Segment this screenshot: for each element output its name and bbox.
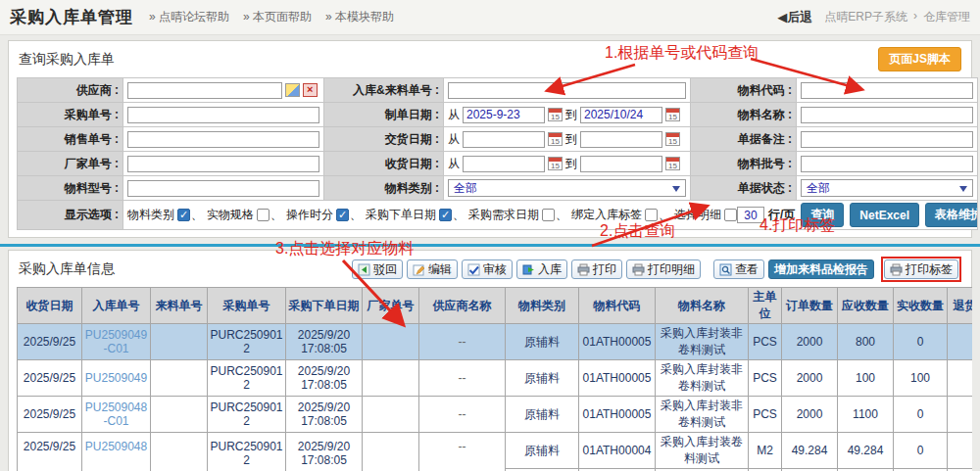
audit-icon	[467, 263, 480, 276]
table-row[interactable]: 2025/9/25PU2509048PURC25090122025/9/20 1…	[18, 433, 973, 469]
doc-remark-input[interactable]	[801, 131, 973, 148]
calendar-icon[interactable]	[548, 132, 563, 146]
make-date-to-input[interactable]	[580, 107, 662, 123]
receive-date-from-input[interactable]	[463, 156, 545, 172]
display-option-checkbox[interactable]	[542, 209, 555, 221]
breadcrumb-module[interactable]: 仓库管理	[923, 9, 970, 25]
help-links: » 点晴论坛帮助 » 本页面帮助 » 本模块帮助	[149, 9, 394, 25]
audit-button[interactable]: 审核	[462, 259, 513, 279]
annotation-1: 1.根据单号或代码查询	[605, 43, 759, 64]
table-cell: PCS	[749, 397, 782, 433]
grid-maintain-button[interactable]: 表格维护	[925, 203, 977, 227]
add-iqc-report-button[interactable]: 增加来料品检报告	[768, 259, 874, 279]
material-batch-input[interactable]	[801, 156, 973, 172]
calendar-icon[interactable]	[665, 108, 680, 121]
make-date-label: 制单日期 :	[324, 103, 444, 127]
delivery-date-from-input[interactable]	[463, 131, 545, 148]
display-option-checkbox[interactable]	[177, 209, 190, 221]
inbound-info-panel: 采购入库单信息 驳回 编辑 审核 入库 打印 打印明细	[8, 250, 972, 471]
table-cell	[151, 397, 208, 433]
forum-help-link[interactable]: » 点晴论坛帮助	[149, 9, 229, 25]
display-option-checkbox[interactable]	[724, 209, 737, 221]
display-option: 实物规格	[207, 207, 270, 223]
module-help-link[interactable]: » 本模块帮助	[325, 9, 394, 25]
supplier-clear-icon[interactable]	[303, 83, 318, 97]
table-cell	[363, 397, 419, 433]
print-label-button[interactable]: 打印标签	[884, 259, 958, 279]
doc-status-value: 全部	[807, 180, 830, 197]
delivery-date-to-input[interactable]	[580, 131, 662, 148]
doc-status-select[interactable]: 全部	[801, 179, 973, 197]
material-model-input[interactable]	[127, 180, 319, 197]
table-cell: 0	[894, 433, 948, 469]
display-option-label: 采购需求日期	[468, 207, 539, 223]
table-cell: PU2509049	[82, 360, 151, 397]
chevron-down-icon	[959, 186, 967, 196]
table-cell: PU2509048	[82, 433, 151, 471]
breadcrumb: 点晴ERP子系统 › 仓库管理	[824, 9, 970, 25]
table-cell: 49.284	[782, 433, 838, 469]
calendar-icon[interactable]	[665, 157, 680, 170]
reject-button[interactable]: 驳回	[352, 259, 403, 279]
inbound-no-input[interactable]	[448, 82, 686, 99]
factory-no-label: 厂家单号 :	[18, 152, 123, 176]
calendar-icon[interactable]	[548, 108, 563, 121]
display-option-checkbox[interactable]	[336, 209, 349, 221]
netexcel-button[interactable]: NetExcel	[850, 203, 919, 227]
option-separator: 、	[659, 208, 670, 221]
edit-button[interactable]: 编辑	[407, 259, 458, 279]
make-date-from-input[interactable]	[463, 107, 545, 123]
table-row[interactable]: 2025/9/25PU2509048-C01PURC25090122025/9/…	[18, 397, 973, 433]
page-help-link[interactable]: » 本页面帮助	[243, 9, 312, 25]
display-option-checkbox[interactable]	[645, 209, 658, 221]
inbound-order-link[interactable]: PU2509049-C01	[85, 328, 147, 355]
inbound-order-link[interactable]: PU2509049	[85, 371, 147, 385]
column-header: 主单位	[749, 288, 782, 324]
top-header-bar: 采购入库单管理 » 点晴论坛帮助 » 本页面帮助 » 本模块帮助 ◀后退 点晴E…	[0, 0, 980, 35]
back-button[interactable]: ◀后退	[777, 9, 812, 26]
table-cell: PU2509048-C01	[82, 397, 151, 433]
view-button[interactable]: 查看	[713, 259, 764, 279]
display-option-checkbox[interactable]	[257, 209, 270, 221]
display-option: 操作时分	[286, 207, 349, 223]
inbound-button[interactable]: 入库	[516, 259, 567, 279]
table-cell: 0	[894, 397, 948, 433]
table-cell: PURC2509012	[208, 397, 286, 433]
table-cell	[151, 360, 208, 397]
factory-no-input[interactable]	[127, 156, 319, 172]
table-cell: --	[419, 324, 506, 360]
material-category-select[interactable]: 全部	[448, 179, 686, 197]
inbound-order-link[interactable]: PU2509048-C01	[85, 400, 147, 428]
table-row[interactable]: 2025/9/25PU2509049PURC25090122025/9/20 1…	[18, 360, 973, 397]
breadcrumb-system[interactable]: 点晴ERP子系统	[824, 9, 907, 25]
option-separator: 、	[350, 208, 362, 221]
print-detail-button[interactable]: 打印明细	[626, 259, 701, 279]
column-header: 物料名称	[656, 288, 749, 324]
sales-no-input[interactable]	[127, 131, 319, 148]
table-cell: 01ATH00005	[579, 324, 656, 360]
material-name-input[interactable]	[801, 107, 973, 123]
table-cell: 原辅料	[506, 397, 579, 433]
inbound-order-link[interactable]: PU2509048	[85, 440, 147, 453]
print-button[interactable]: 打印	[571, 259, 622, 279]
to-prefix: 到	[565, 107, 577, 123]
table-cell: 100	[838, 360, 894, 397]
table-cell: M2	[749, 433, 782, 469]
receive-date-to-input[interactable]	[580, 156, 662, 172]
display-option-checkbox[interactable]	[439, 209, 452, 221]
purchase-no-input[interactable]	[127, 107, 319, 123]
chevron-down-icon	[672, 186, 680, 196]
supplier-picker-icon[interactable]	[285, 83, 300, 97]
receive-date-label: 收货日期 :	[324, 152, 444, 176]
material-code-input[interactable]	[801, 82, 973, 99]
table-row[interactable]: 2025/9/25PU2509049-C01PURC25090122025/9/…	[18, 324, 973, 360]
page-js-script-button[interactable]: 页面JS脚本	[878, 47, 961, 71]
display-option-label: 物料类别	[127, 207, 174, 223]
display-option-label: 实物规格	[207, 207, 254, 223]
table-cell: --	[419, 360, 506, 397]
calendar-icon[interactable]	[548, 157, 563, 170]
calendar-icon[interactable]	[665, 132, 680, 146]
table-cell	[363, 324, 419, 360]
supplier-input[interactable]	[127, 82, 282, 99]
table-cell: PCS	[749, 324, 782, 360]
